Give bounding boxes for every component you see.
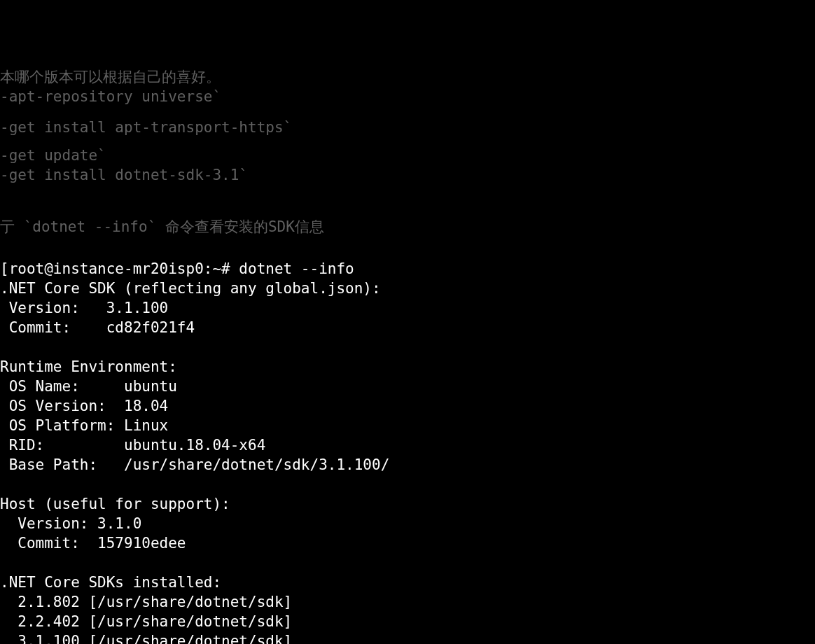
host-version: Version: 3.1.0 — [0, 515, 141, 532]
ghost-text-2: -apt-repository universe` — [0, 87, 221, 106]
sdk-header: .NET Core SDK (reflecting any global.jso… — [0, 280, 381, 297]
host-header: Host (useful for support): — [0, 496, 230, 512]
terminal[interactable]: 本哪个版本可以根据自己的喜好。 -apt-repository universe… — [0, 0, 815, 644]
host-commit: Commit: 157910edee — [0, 535, 186, 552]
os-name: OS Name: ubuntu — [0, 378, 177, 395]
base-path: Base Path: /usr/share/dotnet/sdk/3.1.100… — [0, 456, 389, 473]
ghost-text-1: 本哪个版本可以根据自己的喜好。 — [0, 67, 221, 87]
runtime-env-header: Runtime Environment: — [0, 358, 177, 375]
sdk-commit: Commit: cd82f021f4 — [0, 319, 195, 336]
rid: RID: ubuntu.18.04-x64 — [0, 437, 265, 454]
sdk-entry: 3.1.100 [/usr/share/dotnet/sdk] — [0, 633, 292, 644]
ghost-text-3: -get install apt-transport-https` — [0, 118, 292, 137]
sdk-entry: 2.1.802 [/usr/share/dotnet/sdk] — [0, 594, 292, 610]
shell-prompt-line: [root@instance-mr20isp0:~# dotnet --info — [0, 260, 354, 277]
sdks-installed-header: .NET Core SDKs installed: — [0, 574, 221, 591]
os-version: OS Version: 18.04 — [0, 398, 168, 414]
ghost-text-6: 亍 `dotnet --info` 命令查看安装的SDK信息 — [0, 217, 324, 237]
sdk-version: Version: 3.1.100 — [0, 300, 168, 316]
sdk-entry: 2.2.402 [/usr/share/dotnet/sdk] — [0, 613, 292, 630]
ghost-text-5: -get install dotnet-sdk-3.1` — [0, 165, 248, 185]
ghost-text-4: -get update` — [0, 146, 106, 165]
os-platform: OS Platform: Linux — [0, 417, 168, 434]
